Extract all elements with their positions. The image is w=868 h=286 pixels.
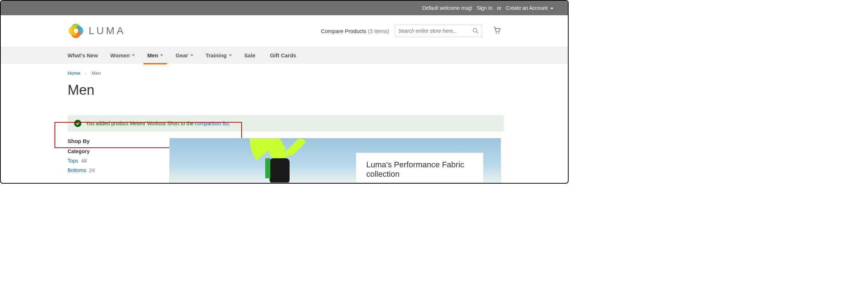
- svg-point-5: [473, 28, 477, 32]
- nav-label: Gift Cards: [270, 52, 296, 58]
- msg-prefix: You added product Meteor Workout Short t…: [86, 120, 195, 126]
- nav-whats-new[interactable]: What's New: [68, 46, 98, 64]
- logo[interactable]: LUMA: [68, 23, 126, 39]
- nav-label: Training: [206, 52, 227, 58]
- success-text: You added product Meteor Workout Short t…: [86, 120, 230, 126]
- svg-point-8: [498, 32, 499, 33]
- breadcrumb-home[interactable]: Home: [68, 70, 80, 76]
- search-box[interactable]: [395, 25, 482, 37]
- sign-in-link[interactable]: Sign In: [477, 5, 493, 11]
- welcome-msg: Default welcome msg!: [422, 5, 472, 11]
- shop-by-heading: Shop By: [68, 138, 162, 144]
- main-columns: Shop By Category Tops 48 Bottoms 24 Luma…: [68, 138, 501, 183]
- runner-image: [235, 138, 322, 183]
- nav-label: What's New: [68, 52, 98, 58]
- page-title: Men: [68, 82, 501, 98]
- or-separator: or: [497, 5, 501, 11]
- logo-text: LUMA: [89, 25, 126, 37]
- nav-label: Gear: [175, 52, 188, 58]
- category-item-bottoms: Bottoms 24: [68, 167, 162, 173]
- header: LUMA Compare Products (3 items): [1, 15, 568, 46]
- create-account-link[interactable]: Create an Account: [506, 5, 553, 11]
- compare-products-link[interactable]: Compare Products (3 items): [321, 28, 389, 34]
- svg-line-6: [476, 32, 478, 33]
- category-link[interactable]: Bottoms: [68, 167, 86, 173]
- nav-gift-cards[interactable]: Gift Cards: [270, 46, 296, 64]
- check-circle-icon: [74, 120, 81, 127]
- search-icon[interactable]: [472, 28, 479, 34]
- comparison-list-link[interactable]: comparison list: [195, 120, 229, 126]
- chevron-down-icon: [160, 54, 163, 56]
- banner-text-box: Luma's Performance Fabric collection: [356, 153, 483, 183]
- nav-men[interactable]: Men: [147, 46, 163, 64]
- svg-point-7: [496, 32, 497, 33]
- svg-rect-9: [270, 158, 290, 183]
- msg-suffix: .: [229, 120, 230, 126]
- nav-label: Sale: [244, 52, 255, 58]
- nav-women[interactable]: Women: [110, 46, 135, 64]
- category-heading: Category: [68, 148, 162, 154]
- nav-gear[interactable]: Gear: [175, 46, 193, 64]
- chevron-down-icon: [229, 54, 232, 56]
- svg-rect-10: [265, 158, 270, 178]
- hero-banner[interactable]: Luma's Performance Fabric collection: [169, 138, 501, 183]
- breadcrumb: Home › Men: [68, 70, 501, 76]
- sidebar: Shop By Category Tops 48 Bottoms 24: [68, 138, 162, 183]
- nav-label: Women: [110, 52, 130, 58]
- cart-icon: [492, 26, 501, 34]
- category-link[interactable]: Tops: [68, 158, 78, 164]
- category-count: 48: [81, 158, 87, 164]
- category-item-tops: Tops 48: [68, 158, 162, 164]
- compare-count: (3 items): [368, 28, 389, 34]
- nav-training[interactable]: Training: [206, 46, 232, 64]
- content: Home › Men Men You added product Meteor …: [1, 64, 568, 183]
- banner-headline: Luma's Performance Fabric collection: [366, 160, 464, 179]
- cart-button[interactable]: [492, 26, 501, 36]
- create-account-label: Create an Account: [506, 5, 548, 11]
- nav-sale[interactable]: Sale: [244, 46, 255, 64]
- chevron-down-icon: [550, 8, 553, 9]
- main-nav: What's New Women Men Gear Training Sale …: [1, 46, 568, 64]
- category-count: 24: [89, 167, 95, 173]
- svg-point-4: [74, 29, 78, 33]
- chevron-down-icon: [132, 54, 135, 56]
- chevron-right-icon: ›: [85, 71, 87, 75]
- compare-label: Compare Products: [321, 28, 366, 34]
- nav-label: Men: [147, 52, 158, 58]
- chevron-down-icon: [190, 54, 193, 56]
- success-message: You added product Meteor Workout Short t…: [68, 115, 504, 131]
- breadcrumb-current: Men: [92, 70, 101, 76]
- logo-icon: [68, 23, 84, 39]
- search-input[interactable]: [398, 28, 472, 34]
- top-bar: Default welcome msg! Sign In or Create a…: [1, 1, 568, 15]
